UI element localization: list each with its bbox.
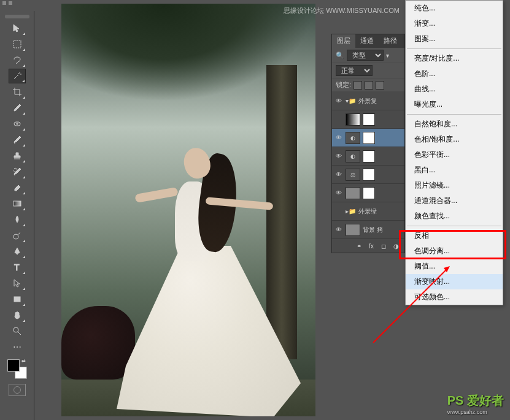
color-swatches[interactable]: ⇄ [7, 359, 27, 379]
menu-separator [407, 226, 501, 226]
menu-separator [407, 48, 501, 49]
hand-tool[interactable] [9, 308, 26, 323]
link-layers-icon[interactable]: ⚭ [354, 242, 364, 250]
adjustment-layer-icon[interactable]: ◑ [391, 242, 401, 250]
menu-vibrance[interactable]: 自然饱和度... [406, 116, 503, 132]
layer-thumbnail: ◐ [346, 132, 360, 144]
visibility-icon[interactable] [334, 115, 343, 124]
layer-name: 外景复 [358, 97, 377, 105]
visibility-icon[interactable] [334, 207, 343, 216]
healing-brush-tool[interactable] [9, 116, 26, 131]
menu-curves[interactable]: 曲线... [406, 82, 503, 97]
layer-name: 外景绿 [358, 207, 377, 216]
visibility-icon[interactable]: 👁 [334, 97, 343, 105]
svg-point-6 [14, 327, 18, 332]
move-tool[interactable] [9, 21, 26, 36]
layer-row[interactable]: 👁 [332, 184, 404, 202]
layers-panel: 图层 通道 路径 🔍 类型 ▾ 正常 锁定: 👁 ▾📁 外景复 👁 ◐ [331, 34, 405, 253]
fx-icon[interactable]: fx [366, 242, 376, 250]
foreground-color[interactable] [7, 359, 20, 372]
rectangle-tool[interactable] [9, 292, 26, 307]
crop-tool[interactable] [9, 85, 26, 99]
menu-color-balance[interactable]: 色彩平衡... [406, 147, 503, 162]
layer-mask-thumbnail [363, 113, 375, 126]
brush-tool[interactable] [9, 132, 26, 147]
menu-gradient-map[interactable]: 渐变映射... [406, 274, 503, 289]
menu-invert[interactable]: 反相 [406, 228, 503, 243]
svg-rect-5 [14, 297, 20, 302]
layer-row[interactable]: 👁 ◐ [332, 147, 404, 166]
layer-row[interactable]: 👁 ⚖ [332, 166, 404, 184]
marquee-tool[interactable] [9, 37, 26, 52]
tools-panel: T ⋯ ⇄ [0, 11, 34, 420]
layer-mask-thumbnail [363, 132, 375, 144]
visibility-icon[interactable]: 👁 [334, 152, 343, 161]
menu-levels[interactable]: 色阶... [406, 66, 503, 82]
panel-footer: ⚭ fx ◻ ◑ [332, 239, 404, 253]
pen-tool[interactable] [9, 244, 26, 259]
folder-icon: ▸📁 [346, 208, 356, 215]
lock-position-icon[interactable] [376, 81, 384, 90]
watermark-bottom: PS 爱好者 www.psahz.com [447, 392, 504, 415]
panel-grip[interactable] [5, 15, 29, 18]
watermark-main: PS 爱好者 [447, 394, 504, 407]
layer-row[interactable] [332, 110, 404, 129]
quick-mask-button[interactable] [9, 384, 26, 396]
swap-colors-icon[interactable]: ⇄ [21, 358, 26, 364]
layer-filter-select[interactable]: 类型 [347, 50, 384, 61]
dodge-tool[interactable] [9, 228, 26, 243]
watermark-sub: www.psahz.com [447, 409, 504, 415]
visibility-icon[interactable]: 👁 [334, 170, 343, 179]
eyedropper-tool[interactable] [9, 101, 26, 115]
adjustment-context-menu: 纯色... 渐变... 图案... 亮度/对比度... 色阶... 曲线... … [405, 0, 503, 305]
blur-tool[interactable] [9, 212, 26, 227]
visibility-icon[interactable]: 👁 [334, 226, 343, 234]
menu-posterize[interactable]: 色调分离... [406, 243, 503, 259]
menu-brightness-contrast[interactable]: 亮度/对比度... [406, 51, 503, 66]
menu-photo-filter[interactable]: 照片滤镜... [406, 178, 503, 193]
tab-channels[interactable]: 通道 [355, 34, 379, 48]
history-brush-tool[interactable] [9, 164, 26, 179]
layer-name: 背景 拷 [363, 226, 383, 234]
menu-solid-color[interactable]: 纯色... [406, 1, 503, 16]
layer-mask-thumbnail [363, 150, 375, 162]
watermark-top: 思缘设计论坛 WWW.MISSYUAN.COM [284, 6, 400, 15]
eraser-tool[interactable] [9, 180, 26, 195]
menu-threshold[interactable]: 阈值... [406, 259, 503, 274]
layer-list: 👁 ▾📁 外景复 👁 ◐ 👁 ◐ 👁 ⚖ 👁 [332, 92, 404, 239]
menu-exposure[interactable]: 曝光度... [406, 97, 503, 112]
document-canvas[interactable] [61, 4, 315, 416]
blend-mode-select[interactable]: 正常 [336, 65, 373, 76]
path-selection-tool[interactable] [9, 276, 26, 291]
lock-label: 锁定: [336, 80, 351, 90]
layer-thumbnail: ◐ [346, 150, 360, 162]
zoom-tool[interactable] [9, 324, 26, 338]
type-tool[interactable]: T [9, 260, 26, 275]
tab-layers[interactable]: 图层 [332, 34, 355, 48]
lasso-tool[interactable] [9, 53, 26, 67]
add-mask-icon[interactable]: ◻ [379, 242, 388, 250]
menu-hue-saturation[interactable]: 色相/饱和度... [406, 132, 503, 147]
layer-row[interactable]: ▸📁 外景绿 [332, 202, 404, 221]
layer-mask-thumbnail [363, 169, 375, 181]
gradient-tool[interactable] [9, 196, 26, 211]
menu-color-lookup[interactable]: 颜色查找... [406, 208, 503, 224]
menu-selective-color[interactable]: 可选颜色... [406, 289, 503, 305]
layer-row[interactable]: 👁 ◐ [332, 129, 404, 147]
layer-thumbnail: ⚖ [346, 169, 360, 181]
visibility-icon[interactable]: 👁 [334, 189, 343, 197]
lock-pixels-icon[interactable] [365, 81, 373, 90]
menu-pattern[interactable]: 图案... [406, 31, 503, 47]
edit-toolbar[interactable]: ⋯ [9, 340, 26, 354]
layer-row[interactable]: 👁 ▾📁 外景复 [332, 92, 404, 110]
layer-row[interactable]: 👁 背景 拷 [332, 221, 404, 239]
menu-black-white[interactable]: 黑白... [406, 162, 503, 178]
magic-wand-tool[interactable] [9, 69, 26, 83]
tab-paths[interactable]: 路径 [379, 34, 402, 48]
lock-transparency-icon[interactable] [354, 81, 362, 90]
menu-gradient[interactable]: 渐变... [406, 16, 503, 31]
menu-channel-mixer[interactable]: 通道混合器... [406, 193, 503, 208]
visibility-icon[interactable]: 👁 [334, 134, 343, 142]
stamp-tool[interactable] [9, 148, 26, 163]
toolbar-header [0, 0, 34, 11]
